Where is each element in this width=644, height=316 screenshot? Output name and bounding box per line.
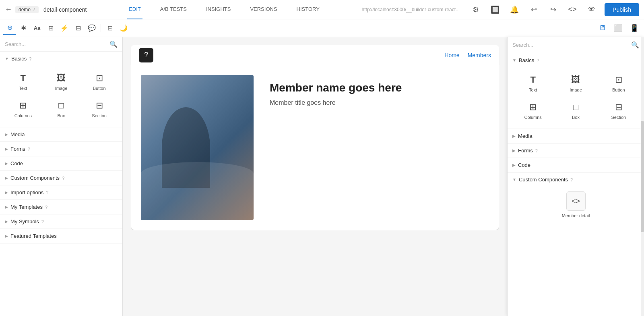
moon-icon[interactable]: 🌙: [117, 22, 130, 35]
tab-edit[interactable]: EDIT: [127, 0, 142, 19]
search-input[interactable]: [5, 41, 106, 47]
tab-ab-tests[interactable]: A/B TESTS: [159, 0, 188, 19]
rp-columns-label: Columns: [524, 115, 541, 120]
sidebar-custom-components-header[interactable]: ▶ Custom Components ?: [0, 171, 122, 185]
scrollbar-thumb[interactable]: [641, 121, 644, 233]
box-icon: □: [58, 100, 64, 111]
sidebar-code-section: ▶ Code: [0, 156, 122, 171]
add-icon[interactable]: ⊕: [3, 22, 16, 35]
sidebar-forms-header[interactable]: ▶ Forms ?: [0, 142, 122, 156]
component-columns[interactable]: ⊞ Columns: [5, 96, 41, 122]
desktop-icon[interactable]: 🖥: [596, 22, 609, 35]
forms-label: Forms: [10, 146, 25, 152]
tab-insights[interactable]: INSIGHTS: [204, 0, 232, 19]
rp-media-chevron: ▶: [512, 134, 516, 138]
layers-icon[interactable]: ⊞: [44, 22, 57, 35]
database-icon[interactable]: ⊟: [72, 22, 85, 35]
rp-box-icon: □: [573, 102, 578, 112]
canvas-nav-preview: ? Home Members: [131, 45, 499, 65]
tab-history[interactable]: HISTORY: [295, 0, 321, 19]
settings-icon[interactable]: ⚙: [469, 3, 482, 16]
right-panel-search-input[interactable]: [512, 42, 628, 48]
rp-component-box[interactable]: □ Box: [555, 98, 596, 124]
search-icon[interactable]: 🔍: [109, 40, 118, 48]
top-bar: ← demo ↗ detail-component EDIT A/B TESTS…: [0, 0, 644, 19]
redo-icon[interactable]: ↪: [547, 3, 559, 16]
share-icon[interactable]: 🔲: [489, 3, 502, 16]
component-text[interactable]: T Text: [5, 69, 41, 95]
sidebar-import-header[interactable]: ▶ Import options ?: [0, 185, 122, 200]
rp-component-image[interactable]: 🖼 Image: [555, 71, 596, 96]
media-label: Media: [10, 131, 25, 137]
mobile-icon[interactable]: 📱: [628, 22, 641, 35]
publish-button[interactable]: Publish: [605, 3, 639, 16]
left-sidebar: 🔍 ▼ Basics ? T Text 🖼 Image ⊡ Bu: [0, 37, 123, 316]
code-editor-icon[interactable]: <>: [566, 3, 579, 16]
chevron-right-icon: ▶: [5, 219, 8, 224]
component-button[interactable]: ⊡ Button: [81, 69, 118, 95]
rp-media-header[interactable]: ▶ Media: [508, 129, 644, 143]
featured-templates-label: Featured Templates: [10, 233, 57, 239]
rp-columns-icon: ⊞: [529, 102, 537, 112]
sidebar-media-header[interactable]: ▶ Media: [0, 127, 122, 141]
rp-custom-help-icon[interactable]: ?: [570, 177, 573, 182]
sidebar-basics-section: ▼ Basics ? T Text 🖼 Image ⊡ Button ⊞: [0, 52, 122, 127]
rp-custom-components-header[interactable]: ▼ Custom Components ?: [508, 173, 644, 187]
chevron-right-icon: ▶: [5, 190, 8, 195]
sidebar-featured-templates-header[interactable]: ▶ Featured Templates: [0, 229, 122, 243]
rp-member-detail-icon: <>: [566, 191, 586, 211]
rp-forms-header[interactable]: ▶ Forms ?: [508, 143, 644, 158]
columns-icon: ⊞: [19, 100, 27, 111]
rp-component-section[interactable]: ⊟ Section: [598, 98, 639, 124]
nav-home-link[interactable]: Home: [444, 52, 459, 58]
sidebar-code-header[interactable]: ▶ Code: [0, 156, 122, 170]
basics-help-icon[interactable]: ?: [29, 56, 31, 61]
text-tool-icon[interactable]: Aa: [31, 22, 43, 35]
back-button[interactable]: ←: [5, 5, 12, 14]
tablet-icon[interactable]: ⬜: [612, 22, 625, 35]
rp-custom-chevron: ▼: [512, 177, 516, 182]
tab-versions[interactable]: VERSIONS: [248, 0, 279, 19]
nav-members-link[interactable]: Members: [468, 52, 491, 58]
right-panel-search-icon[interactable]: 🔍: [631, 41, 639, 49]
custom-components-help-icon[interactable]: ?: [62, 176, 64, 181]
rp-member-detail-label: Member detail: [562, 213, 590, 218]
cursor-icon[interactable]: ✱: [17, 22, 30, 35]
sidebar-my-templates-header[interactable]: ▶ My Templates ?: [0, 200, 122, 214]
rp-code-header[interactable]: ▶ Code: [508, 158, 644, 172]
demo-badge[interactable]: demo ↗: [15, 6, 39, 13]
component-box[interactable]: □ Box: [43, 96, 80, 122]
tab-bar: EDIT A/B TESTS INSIGHTS VERSIONS HISTORY: [87, 0, 361, 19]
right-panel-search-bar: 🔍: [508, 37, 644, 53]
import-help-icon[interactable]: ?: [46, 190, 48, 195]
rp-forms-help-icon[interactable]: ?: [535, 148, 538, 153]
bell-icon[interactable]: 🔔: [508, 3, 521, 16]
rp-component-button[interactable]: ⊡ Button: [598, 71, 639, 96]
comment-icon[interactable]: 💬: [85, 22, 98, 35]
forms-help-icon[interactable]: ?: [28, 147, 30, 152]
my-symbols-help-icon[interactable]: ?: [41, 219, 44, 224]
rp-basics-header[interactable]: ▼ Basics ?: [508, 53, 644, 67]
main-layout: 🔍 ▼ Basics ? T Text 🖼 Image ⊡ Bu: [0, 37, 644, 316]
sidebar-basics-header[interactable]: ▼ Basics ?: [0, 52, 122, 66]
grid-icon[interactable]: ⊟: [103, 22, 116, 35]
undo-icon[interactable]: ↩: [527, 3, 540, 16]
rp-forms-section: ▶ Forms ?: [508, 143, 644, 158]
sidebar-my-symbols-header[interactable]: ▶ My Symbols ?: [0, 214, 122, 229]
rp-member-detail-component[interactable]: <> Member detail: [508, 187, 644, 223]
component-image[interactable]: 🖼 Image: [43, 69, 80, 95]
device-selector: 🖥 ⬜ 📱: [596, 22, 641, 35]
my-templates-help-icon[interactable]: ?: [45, 205, 47, 210]
preview-icon[interactable]: 👁: [585, 3, 598, 16]
rp-chevron-down-icon: ▼: [512, 58, 516, 62]
text-label: Text: [19, 86, 27, 91]
bolt-icon[interactable]: ⚡: [58, 22, 71, 35]
import-label: Import options: [10, 189, 43, 195]
sidebar-custom-components-section: ▶ Custom Components ?: [0, 171, 122, 185]
sidebar-my-symbols-section: ▶ My Symbols ?: [0, 214, 122, 229]
chevron-right-icon: ▶: [5, 147, 8, 151]
component-section[interactable]: ⊟ Section: [81, 96, 118, 122]
rp-component-columns[interactable]: ⊞ Columns: [512, 98, 553, 124]
rp-component-text[interactable]: T Text: [512, 71, 553, 96]
rp-basics-help-icon[interactable]: ?: [537, 58, 539, 63]
